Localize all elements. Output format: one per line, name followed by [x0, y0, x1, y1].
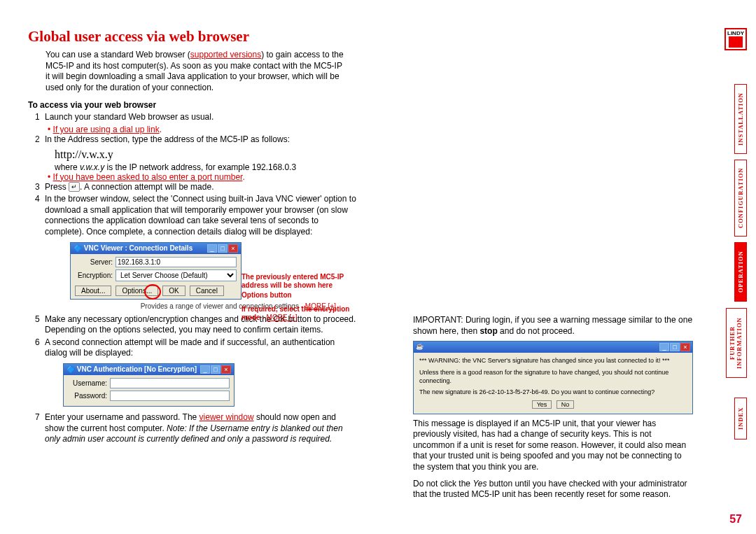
warning-explanation-2: Do not click the Yes button until you ha… — [413, 479, 693, 500]
more-link-2[interactable]: MORE [+] — [267, 314, 298, 321]
server-label: Server: — [75, 258, 115, 266]
vnc-auth-dialog: 🔷 VNC Authentication [No Encryption] _□×… — [63, 363, 234, 407]
encryption-select[interactable]: Let Server Choose (Default) — [115, 269, 237, 281]
important-note: IMPORTANT: During login, if you see a wa… — [413, 315, 693, 337]
username-label: Username: — [68, 379, 110, 387]
viewer-window-link[interactable]: viewer window — [200, 412, 254, 422]
step-4: In the browser window, select the 'Conne… — [45, 194, 357, 237]
warn-line-2: Unless there is a good reason for the si… — [419, 369, 687, 385]
intro-paragraph: You can use a standard Web browser (supp… — [46, 50, 346, 93]
warning-explanation-1: This message is displayed if an MC5-IP u… — [413, 419, 693, 473]
port-number-link[interactable]: If you have been asked to also enter a p… — [53, 172, 243, 182]
nav-further-information[interactable]: FURTHER INFORMATION — [726, 308, 747, 378]
server-input[interactable] — [115, 257, 237, 267]
enter-key-icon: ↵ — [69, 182, 80, 192]
step-2: In the Address section, type the address… — [45, 134, 357, 146]
ok-button[interactable]: OK — [162, 286, 185, 296]
window-buttons[interactable]: _□× — [206, 244, 238, 253]
supported-versions-link[interactable]: supported versions — [190, 50, 261, 59]
lindy-logo: LINDY — [724, 28, 747, 50]
step-7: Enter your username and password. The vi… — [45, 412, 357, 445]
about-button[interactable]: About... — [75, 286, 111, 296]
step-6: A second connection attempt will be made… — [45, 337, 357, 359]
java-icon: ☕ — [416, 343, 424, 351]
warn-line-3: The new signature is 26-c2-10-13-f5-27-b… — [419, 388, 687, 397]
password-input[interactable] — [110, 391, 230, 401]
nav-configuration[interactable]: CONFIGURATION — [734, 160, 747, 237]
vnc-title: 🔷 VNC Viewer : Connection Details — [74, 244, 192, 252]
yes-button[interactable]: Yes — [532, 400, 552, 409]
dialup-link[interactable]: If you are using a dial up link — [53, 125, 160, 134]
step-3: Press ↵. A connection attempt will be ma… — [45, 182, 357, 193]
cancel-button[interactable]: Cancel — [190, 286, 224, 296]
subheading: To access via your web browser — [28, 100, 707, 110]
nav-installation[interactable]: INSTALLATION — [734, 84, 747, 154]
page-number: 57 — [729, 513, 742, 526]
where-text: where v.w.x.y is the IP network address,… — [55, 162, 707, 172]
nav-operation[interactable]: OPERATION — [734, 242, 747, 302]
no-button[interactable]: No — [556, 400, 575, 409]
options-button[interactable]: Options... — [115, 286, 158, 296]
maximize-icon[interactable]: □ — [218, 244, 227, 253]
password-label: Password: — [68, 392, 110, 400]
page-title: Global user access via web browser — [28, 28, 707, 45]
auth-title: 🔷 VNC Authentication [No Encryption] — [66, 365, 197, 373]
example-address: http://v.w.x.y — [55, 148, 707, 161]
close-icon[interactable]: × — [228, 244, 238, 253]
vnc-connection-dialog: 🔷 VNC Viewer : Connection Details _□× Se… — [70, 242, 241, 300]
minimize-icon[interactable]: _ — [207, 244, 217, 253]
encryption-label: Encryption: — [75, 272, 115, 279]
username-input[interactable] — [110, 378, 230, 388]
step-1: Launch your standard Web browser as usua… — [45, 112, 357, 123]
nav-index[interactable]: INDEX — [734, 398, 747, 440]
warning-dialog: ☕ _□× *** WARNING: the VNC Server's sign… — [413, 341, 693, 414]
warn-line-1: *** WARNING: the VNC Server's signature … — [419, 357, 687, 365]
dialog-annotations: The previously entered MC5-IP address wi… — [241, 273, 354, 322]
